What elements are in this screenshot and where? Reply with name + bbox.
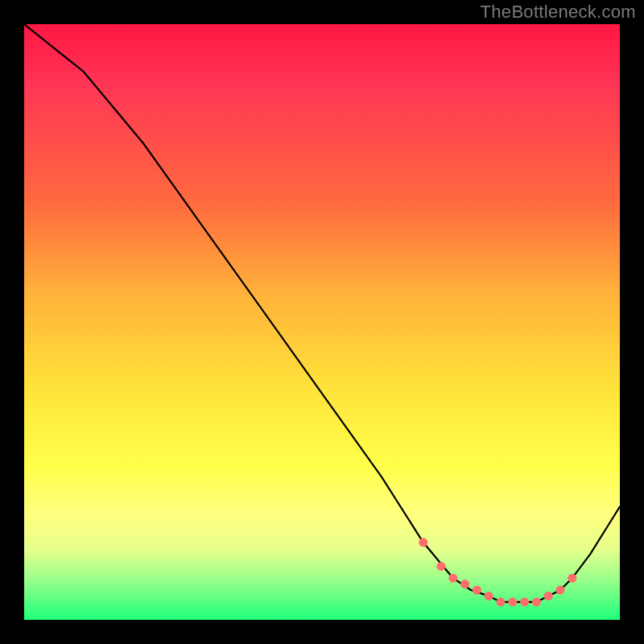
trough-dot bbox=[497, 597, 506, 606]
trough-dot bbox=[485, 592, 493, 601]
trough-dot bbox=[460, 580, 469, 588]
plot-area bbox=[24, 24, 620, 620]
trough-dot bbox=[508, 597, 517, 606]
trough-dot bbox=[520, 597, 529, 606]
chart-frame: TheBottleneck.com bbox=[0, 0, 644, 644]
trough-dot bbox=[532, 597, 541, 606]
trough-dot bbox=[473, 586, 481, 595]
trough-dot bbox=[544, 592, 553, 601]
trough-dot bbox=[419, 538, 427, 547]
trough-dot bbox=[437, 562, 446, 571]
trough-dot bbox=[568, 574, 576, 583]
trough-dot bbox=[448, 574, 457, 583]
trough-dots bbox=[419, 538, 576, 606]
curve-svg bbox=[24, 24, 620, 620]
trough-dot bbox=[556, 586, 565, 595]
bottleneck-curve bbox=[24, 24, 620, 602]
watermark-label: TheBottleneck.com bbox=[481, 2, 636, 23]
